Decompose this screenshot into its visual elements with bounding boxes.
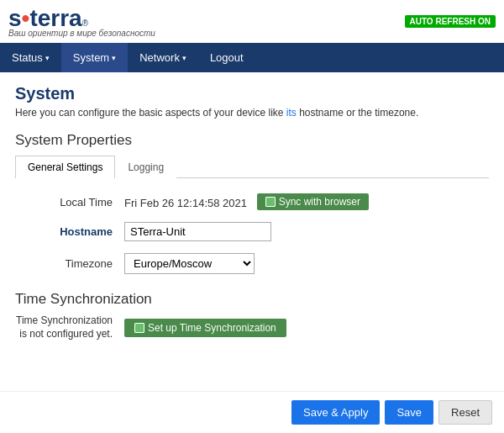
hostname-control [124, 222, 271, 241]
tab-general-settings[interactable]: General Settings [15, 156, 115, 178]
hostname-input[interactable] [124, 222, 271, 241]
auto-refresh-badge: AUTO REFRESH ON [405, 15, 496, 28]
chevron-down-icon: ▾ [182, 54, 186, 62]
its-link[interactable]: its [286, 107, 297, 119]
nav-item-network[interactable]: Network ▾ [128, 43, 198, 72]
page-title: System [15, 84, 489, 103]
section-title-system-properties: System Properties [15, 132, 489, 149]
tab-logging[interactable]: Logging [115, 156, 176, 178]
hostname-label: Hostname [15, 225, 124, 238]
footer-actions: Save & Apply Save Reset [0, 391, 504, 433]
header: s • terra ® Ваш ориентир в мире безопасн… [0, 0, 504, 43]
reset-button[interactable]: Reset [438, 400, 492, 425]
local-time-label: Local Time [15, 196, 124, 209]
timezone-select[interactable]: Europe/Moscow UTC America/New_York Asia/… [124, 253, 255, 274]
timezone-label: Timezone [15, 257, 124, 270]
chevron-down-icon: ▾ [45, 54, 50, 62]
main-content: System Here you can configure the basic … [0, 72, 504, 352]
sync-with-browser-button[interactable]: Sync with browser [257, 193, 369, 210]
general-settings-form: Local Time Fri Feb 26 12:14:58 2021 Sync… [15, 193, 489, 274]
page-description: Here you can configure the basic aspects… [15, 107, 489, 119]
hostname-row: Hostname [15, 222, 489, 241]
logo-reg: ® [82, 18, 88, 28]
time-sync-title: Time Synchronization [15, 291, 489, 308]
local-time-row: Local Time Fri Feb 26 12:14:58 2021 Sync… [15, 193, 489, 210]
chevron-down-icon: ▾ [112, 54, 116, 62]
nav-item-system[interactable]: System ▾ [61, 43, 128, 72]
setup-icon [134, 323, 144, 333]
setup-time-sync-button[interactable]: Set up Time Synchronization [124, 319, 286, 337]
nav-item-status[interactable]: Status ▾ [0, 43, 61, 72]
timezone-row: Timezone Europe/Moscow UTC America/New_Y… [15, 253, 489, 274]
logo-subtitle: Ваш ориентир в мире безопасности [8, 29, 155, 38]
main-nav: Status ▾ System ▾ Network ▾ Logout [0, 43, 504, 72]
time-sync-row: Time Synchronization is not configured y… [15, 314, 489, 341]
save-button[interactable]: Save [385, 400, 433, 425]
local-time-control: Fri Feb 26 12:14:58 2021 Sync with brows… [124, 193, 369, 210]
logo: s • terra ® Ваш ориентир в мире безопасн… [8, 5, 155, 38]
timezone-control: Europe/Moscow UTC America/New_York Asia/… [124, 253, 255, 274]
tabs-bar: General Settings Logging [15, 156, 489, 178]
time-sync-label: Time Synchronization is not configured y… [15, 314, 124, 341]
nav-item-logout[interactable]: Logout [198, 43, 255, 72]
time-sync-section: Time Synchronization Time Synchronizatio… [15, 291, 489, 341]
sync-icon [265, 197, 276, 207]
local-time-value: Fri Feb 26 12:14:58 2021 [124, 197, 247, 209]
save-apply-button[interactable]: Save & Apply [291, 400, 380, 425]
